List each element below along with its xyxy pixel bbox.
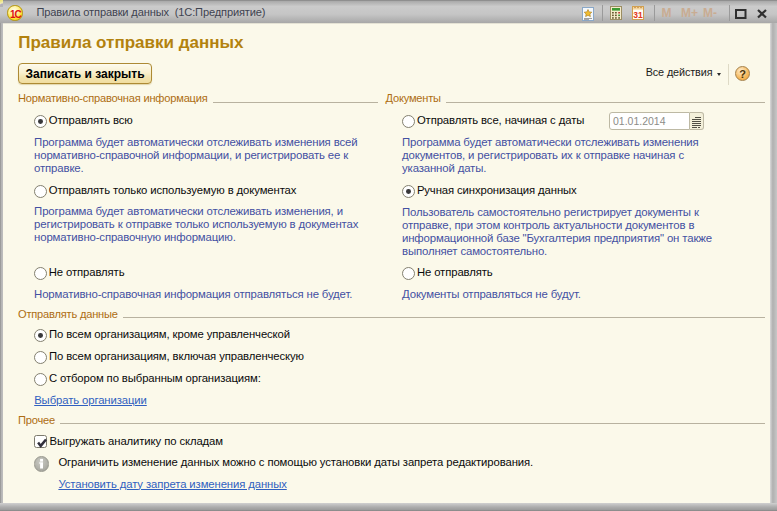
svg-text:31: 31: [633, 10, 643, 20]
